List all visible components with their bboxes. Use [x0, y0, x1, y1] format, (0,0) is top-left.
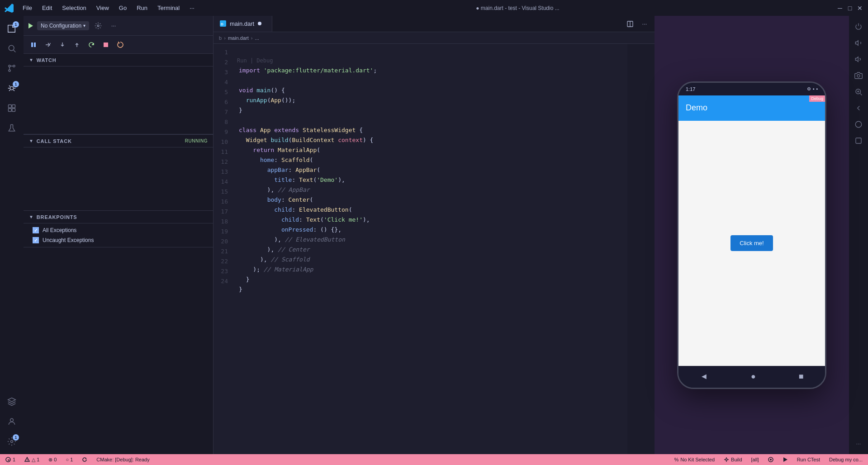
- phone-nav-bar: ◄ ● ■: [678, 366, 825, 388]
- watch-panel-header[interactable]: ▼ WATCH: [24, 54, 213, 66]
- tab-main-dart[interactable]: D main.dart: [213, 16, 272, 32]
- sidebar-item-explorer[interactable]: 1: [3, 19, 21, 38]
- gear-icon: [95, 22, 102, 29]
- callstack-header[interactable]: ▼ CALL STACK RUNNING: [24, 135, 213, 147]
- menu-edit[interactable]: Edit: [38, 3, 57, 13]
- nav-recents-button[interactable]: ■: [799, 372, 804, 381]
- menu-go[interactable]: Go: [114, 3, 131, 13]
- menu-file[interactable]: File: [18, 3, 37, 13]
- pause-icon: [30, 42, 37, 48]
- breakpoints-chevron-icon: ▼: [29, 214, 34, 219]
- uncaught-exceptions-label: Uncaught Exceptions: [43, 237, 94, 243]
- svg-rect-9: [12, 109, 15, 112]
- all-label[interactable]: [all]: [749, 454, 761, 465]
- debug-my-co[interactable]: Debug my co...: [827, 454, 864, 465]
- callstack-content: [24, 147, 213, 211]
- sidebar-item-settings[interactable]: 1: [3, 432, 21, 451]
- code-editor: 12345 678910 1112131415 1617181920 21222…: [213, 44, 655, 454]
- breadcrumb-bar: b › main.dart › ...: [213, 32, 655, 44]
- run-ctest-label[interactable]: Run CTest: [795, 454, 822, 465]
- info-count[interactable]: ○ 1: [64, 454, 75, 465]
- warning-count[interactable]: ! △ 1: [23, 454, 41, 465]
- nav-home-button[interactable]: ●: [751, 372, 756, 381]
- warning-count-label: △ 1: [32, 457, 39, 463]
- breakpoints-content: ✓ All Exceptions ✓ Uncaught Exceptions: [24, 223, 213, 247]
- search-icon: [7, 44, 16, 53]
- all-text: [all]: [751, 457, 759, 462]
- svg-point-3: [13, 65, 15, 67]
- watch-content: [24, 66, 213, 134]
- sidebar-item-remote[interactable]: [3, 393, 21, 411]
- volume-low-button[interactable]: [851, 52, 866, 66]
- close-button[interactable]: ✕: [856, 5, 863, 12]
- code-content[interactable]: Run | Debugimport 'package:flutter/mater…: [235, 44, 627, 454]
- nav-back-button[interactable]: ◄: [700, 372, 708, 381]
- title-bar: File Edit Selection View Go Run Terminal…: [0, 0, 868, 16]
- sidebar-item-extensions[interactable]: [3, 99, 21, 117]
- stepout-button[interactable]: [71, 38, 83, 51]
- volume-high-icon: [854, 39, 863, 47]
- menu-selection[interactable]: Selection: [57, 3, 90, 13]
- breakpoints-header[interactable]: ▼ BREAKPOINTS: [24, 211, 213, 223]
- error2-count[interactable]: ⊗ 0: [47, 454, 58, 465]
- svg-line-23: [860, 93, 862, 95]
- pause-button[interactable]: [27, 38, 40, 51]
- home-button[interactable]: [851, 117, 866, 132]
- maximize-button[interactable]: □: [846, 5, 854, 12]
- sidebar-item-search[interactable]: [3, 39, 21, 57]
- error2-label: ⊗ 0: [48, 457, 57, 463]
- breakpoint-uncaught-exceptions[interactable]: ✓ Uncaught Exceptions: [24, 235, 213, 245]
- svg-rect-8: [9, 109, 12, 112]
- menu-run[interactable]: Run: [132, 3, 152, 13]
- debug-settings-button[interactable]: [92, 19, 104, 32]
- zoom-in-button[interactable]: [851, 85, 866, 99]
- split-editor-button[interactable]: [624, 18, 636, 30]
- click-me-button[interactable]: Click me!: [730, 235, 773, 251]
- more-button[interactable]: ···: [851, 436, 866, 451]
- no-kit-selected[interactable]: % No Kit Selected: [672, 454, 716, 465]
- all-exceptions-checkbox[interactable]: ✓: [33, 227, 39, 233]
- debug-action-bar: [24, 36, 213, 54]
- debug-config-selector[interactable]: No Configuration ▾: [37, 21, 89, 30]
- volume-high-button[interactable]: [851, 36, 866, 50]
- all-exceptions-label: All Exceptions: [43, 227, 76, 233]
- error-icon: ✕: [5, 457, 11, 462]
- sidebar-item-debug[interactable]: 1: [3, 79, 21, 97]
- power-icon: [854, 23, 863, 31]
- stop-button[interactable]: [100, 38, 112, 51]
- tab-label: main.dart: [230, 20, 254, 27]
- phone-preview-panel: 1:17 ⚙ ▪ ▪ Demo Debug Click me! ◄ ●: [655, 16, 849, 454]
- sidebar-item-source-control[interactable]: [3, 59, 21, 77]
- menu-terminal[interactable]: Terminal: [153, 3, 184, 13]
- stop-icon: [103, 42, 109, 48]
- hot-reload-button[interactable]: [114, 38, 127, 51]
- stepover-button[interactable]: [42, 38, 54, 51]
- debug-status[interactable]: [766, 454, 775, 465]
- minimize-button[interactable]: ─: [836, 5, 844, 12]
- uncaught-exceptions-checkbox[interactable]: ✓: [33, 237, 39, 243]
- back-button[interactable]: [851, 101, 866, 115]
- square-button[interactable]: [851, 133, 866, 148]
- error-count[interactable]: ✕ 1: [4, 454, 17, 465]
- extensions-icon: [7, 104, 16, 113]
- restart-button[interactable]: [85, 38, 98, 51]
- debug-more-button[interactable]: ···: [107, 19, 120, 32]
- warning-icon: !: [24, 457, 30, 462]
- breakpoint-all-exceptions[interactable]: ✓ All Exceptions: [24, 225, 213, 235]
- power-button[interactable]: [851, 19, 866, 34]
- run-play-button[interactable]: [781, 454, 790, 465]
- svg-point-10: [10, 418, 14, 422]
- callstack-panel: ▼ CALL STACK RUNNING: [24, 135, 213, 211]
- sidebar-item-flask[interactable]: [3, 119, 21, 137]
- square-icon: [854, 137, 863, 145]
- menu-more[interactable]: ···: [185, 3, 199, 13]
- more-actions-button[interactable]: ···: [638, 18, 651, 30]
- cmake-status[interactable]: CMake: [Debug]: Ready: [95, 454, 151, 465]
- sidebar-item-account[interactable]: [3, 413, 21, 431]
- sync-status[interactable]: [80, 454, 89, 465]
- build-button[interactable]: Build: [722, 454, 744, 465]
- stepinto-button[interactable]: [56, 38, 69, 51]
- camera-button[interactable]: [851, 68, 866, 83]
- menu-view[interactable]: View: [92, 3, 114, 13]
- info-label: ○ 1: [66, 457, 73, 462]
